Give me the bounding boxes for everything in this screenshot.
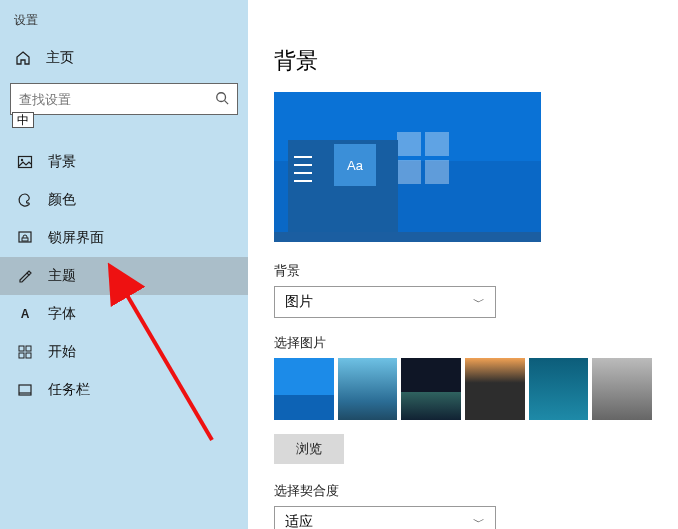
sidebar-item-label: 背景 (48, 153, 76, 171)
fit-select[interactable]: 适应 ﹀ (274, 506, 496, 529)
page-title: 背景 (274, 46, 652, 76)
svg-rect-8 (19, 353, 24, 358)
thumbnail-5[interactable] (529, 358, 589, 420)
thumbnail-2[interactable] (338, 358, 398, 420)
search-icon (215, 91, 229, 108)
chevron-down-icon: ﹀ (473, 294, 485, 311)
sidebar-item-label: 开始 (48, 343, 76, 361)
fit-value: 适应 (285, 513, 313, 529)
search-box[interactable] (10, 83, 238, 115)
search-wrap (0, 83, 248, 115)
sidebar-home[interactable]: 主页 (0, 39, 248, 77)
browse-button[interactable]: 浏览 (274, 434, 344, 464)
svg-rect-6 (19, 346, 24, 351)
svg-point-0 (217, 92, 226, 101)
ime-badge: 中 (12, 112, 34, 128)
font-icon: A (16, 305, 34, 323)
sidebar-item-fonts[interactable]: A 字体 (0, 295, 248, 333)
thumbnail-3[interactable] (401, 358, 461, 420)
svg-line-1 (225, 100, 229, 104)
sidebar-item-taskbar[interactable]: 任务栏 (0, 371, 248, 409)
sidebar-item-label: 主题 (48, 267, 76, 285)
thumbnail-6[interactable] (592, 358, 652, 420)
sidebar-item-background[interactable]: 背景 (0, 143, 248, 181)
thumbnail-4[interactable] (465, 358, 525, 420)
taskbar-icon (16, 381, 34, 399)
sidebar-item-colors[interactable]: 颜色 (0, 181, 248, 219)
image-icon (16, 153, 34, 171)
start-icon (16, 343, 34, 361)
search-input[interactable] (19, 84, 215, 114)
background-field-label: 背景 (274, 262, 652, 280)
sidebar-item-start[interactable]: 开始 (0, 333, 248, 371)
sidebar-home-label: 主页 (46, 49, 74, 67)
palette-icon (16, 191, 34, 209)
windows-logo-icon (397, 132, 449, 184)
theme-icon (16, 267, 34, 285)
sidebar-item-themes[interactable]: 主题 (0, 257, 248, 295)
sidebar-item-lockscreen[interactable]: 锁屏界面 (0, 219, 248, 257)
home-icon (14, 49, 32, 67)
main-content: 背景 Aa 背景 图片 ﹀ 选择图片 浏览 选择契合度 适应 ﹀ (248, 0, 678, 529)
preview-sample-tile: Aa (334, 144, 376, 186)
svg-rect-9 (26, 353, 31, 358)
image-thumbnails (274, 358, 652, 420)
svg-point-3 (21, 159, 23, 161)
settings-sidebar: 设置 主页 中 背景 颜色 (0, 0, 248, 529)
preview-menu-lines (294, 156, 312, 182)
chevron-down-icon: ﹀ (473, 514, 485, 530)
app-title: 设置 (0, 8, 248, 39)
sidebar-nav: 背景 颜色 锁屏界面 主题 A 字体 开始 (0, 143, 248, 409)
svg-rect-5 (22, 238, 28, 241)
sidebar-item-label: 锁屏界面 (48, 229, 104, 247)
background-type-select[interactable]: 图片 ﹀ (274, 286, 496, 318)
sidebar-item-label: 字体 (48, 305, 76, 323)
background-type-value: 图片 (285, 293, 313, 311)
lockscreen-icon (16, 229, 34, 247)
background-preview: Aa (274, 92, 541, 242)
fit-label: 选择契合度 (274, 482, 652, 500)
sidebar-item-label: 任务栏 (48, 381, 90, 399)
svg-rect-7 (26, 346, 31, 351)
choose-image-label: 选择图片 (274, 334, 652, 352)
thumbnail-1[interactable] (274, 358, 334, 420)
preview-taskbar (274, 232, 541, 242)
sidebar-item-label: 颜色 (48, 191, 76, 209)
